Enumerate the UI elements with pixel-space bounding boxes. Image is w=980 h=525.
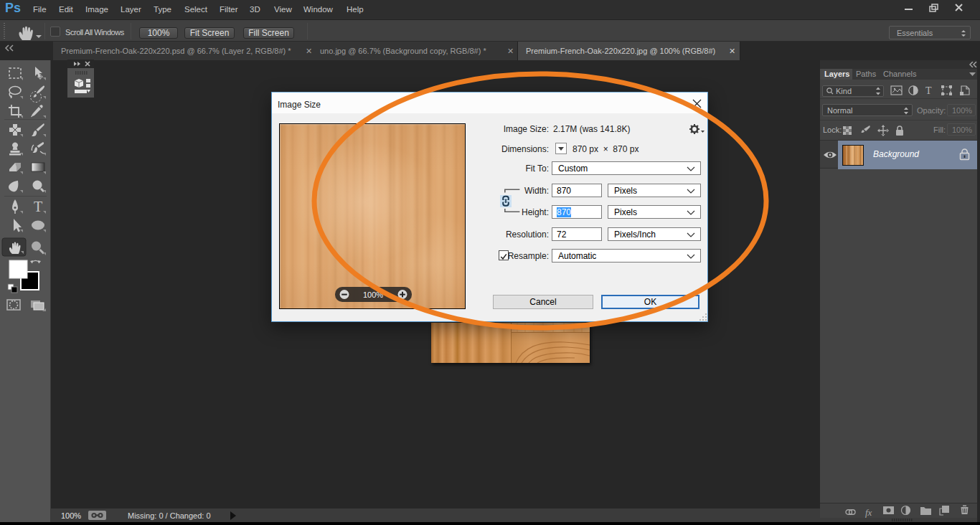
svg-text:T: T: [34, 199, 42, 214]
svg-text:Kind: Kind: [836, 87, 852, 95]
svg-text:100%: 100%: [363, 290, 383, 299]
svg-text:fx: fx: [865, 507, 872, 518]
svg-text:T: T: [925, 85, 932, 96]
